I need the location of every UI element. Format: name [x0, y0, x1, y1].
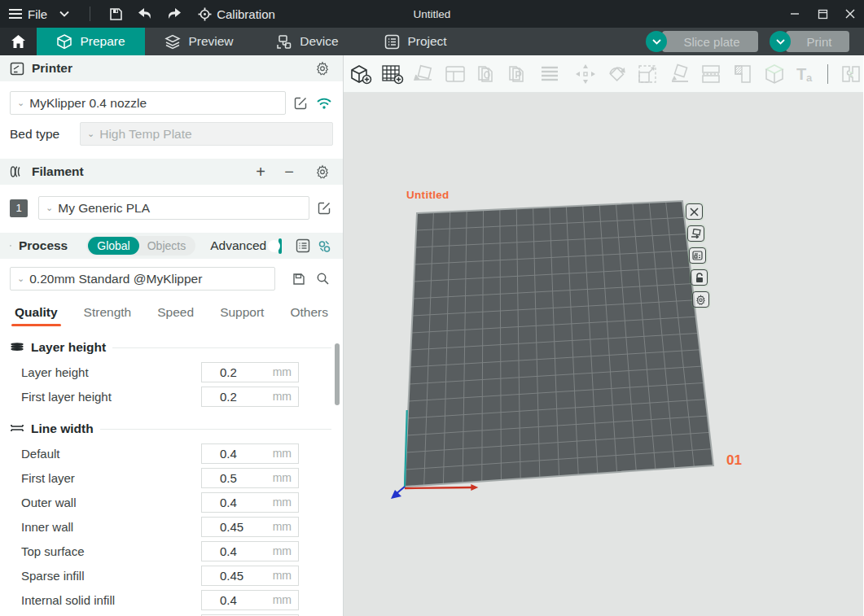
process-tab-strength[interactable]: Strength [82, 300, 134, 326]
wifi-icon [316, 97, 332, 110]
file-menu[interactable]: File [8, 7, 47, 21]
plate-name-label[interactable]: Untitled [406, 189, 450, 201]
scope-objects-option[interactable]: Objects [139, 239, 194, 252]
auto-orient-button[interactable] [411, 61, 436, 87]
setting-input-box: mm [201, 590, 299, 610]
tab-prepare[interactable]: Prepare [37, 28, 145, 55]
arrange-plate-button[interactable] [687, 225, 704, 242]
setting-value-input[interactable] [202, 447, 259, 461]
rotate-button[interactable] [605, 61, 630, 87]
redo-button[interactable] [162, 3, 186, 24]
add-object-button[interactable] [349, 61, 374, 87]
compare-presets-button[interactable] [318, 237, 331, 255]
color-painting-button[interactable] [761, 61, 787, 87]
printer-connection-button[interactable] [315, 94, 333, 112]
file-menu-dropdown[interactable] [52, 3, 77, 24]
printer-settings-button[interactable] [314, 59, 331, 77]
rotate-icon [606, 63, 629, 85]
slice-plate-dropdown[interactable] [646, 31, 667, 52]
slice-plate-button[interactable]: Slice plate [662, 31, 758, 52]
plate-layout-button[interactable] [689, 247, 706, 264]
arrange-button[interactable] [443, 61, 468, 87]
cut-button[interactable] [699, 61, 724, 87]
home-button[interactable] [0, 28, 37, 55]
remove-filament-button[interactable]: − [278, 164, 300, 180]
setting-value-input[interactable] [202, 520, 259, 534]
close-button[interactable] [836, 0, 864, 28]
variable-layer-height-icon [538, 63, 561, 85]
process-section-header: Process Global Objects Advanced [0, 233, 343, 259]
setting-row-outer-wall: Outer wallmm [0, 490, 343, 514]
split-to-parts-button[interactable] [506, 61, 531, 87]
text-tool-button[interactable]: Ta [793, 61, 818, 87]
setting-value-input[interactable] [202, 593, 259, 607]
setting-value-input[interactable] [202, 544, 259, 558]
compare-presets-icon [318, 239, 331, 253]
printer-preset-select[interactable]: ⌄ MyKlipper 0.4 nozzle [10, 91, 286, 115]
close-icon [845, 9, 855, 19]
advanced-toggle[interactable] [278, 238, 282, 254]
setting-input-box: mm [201, 387, 299, 407]
setting-row-first-layer: First layermm [0, 465, 343, 490]
chevron-down-icon: ⌄ [17, 98, 24, 108]
search-icon [316, 272, 330, 286]
setting-unit: mm [273, 496, 298, 509]
tab-project[interactable]: Project [362, 28, 470, 55]
setting-row-support: Supportmm [0, 612, 343, 616]
bed-type-select[interactable]: ⌄ High Temp Plate [80, 122, 333, 146]
setting-value-input[interactable] [202, 471, 259, 485]
process-tab-quality[interactable]: Quality [13, 300, 59, 326]
add-filament-button[interactable]: + [250, 164, 271, 180]
tab-preview[interactable]: Preview [145, 28, 253, 55]
scope-global-option[interactable]: Global [88, 237, 138, 255]
filament-preset-select[interactable]: ⌄ My Generic PLA [38, 196, 309, 220]
process-tab-support[interactable]: Support [218, 300, 265, 326]
assembly-view-button[interactable] [838, 61, 863, 87]
chevron-down-icon [652, 39, 661, 45]
filament-edit-button[interactable] [315, 199, 333, 217]
save-button[interactable] [103, 3, 128, 24]
setting-label: Layer height [21, 365, 201, 379]
move-button[interactable] [573, 61, 599, 87]
calibration-button[interactable]: Calibration [198, 7, 275, 21]
group-title: Line width [31, 422, 94, 436]
settings-scrollbar[interactable] [335, 343, 340, 405]
plate-settings-button[interactable] [692, 291, 709, 308]
setting-unit: mm [273, 593, 298, 606]
build-plate[interactable] [344, 93, 863, 616]
maximize-button[interactable] [809, 0, 836, 28]
minimize-button[interactable] [781, 0, 809, 28]
process-tab-others[interactable]: Others [288, 300, 330, 326]
group-header-layer-height[interactable]: Layer height [0, 334, 343, 360]
print-button[interactable]: Print [786, 31, 849, 52]
process-tab-speed[interactable]: Speed [156, 300, 195, 326]
delete-plate-button[interactable] [686, 203, 703, 220]
add-plate-button[interactable] [380, 61, 406, 87]
filament-settings-button[interactable] [314, 163, 331, 181]
process-preset-select[interactable]: ⌄ 0.20mm Standard @MyKlipper [10, 267, 275, 291]
setting-unit: mm [273, 471, 298, 484]
search-settings-button[interactable] [314, 270, 331, 288]
split-to-objects-button[interactable] [474, 61, 499, 87]
setting-value-input[interactable] [202, 365, 259, 379]
setting-input-box: mm [201, 541, 299, 561]
save-preset-button[interactable] [290, 270, 308, 288]
view-all-settings-button[interactable] [296, 237, 310, 255]
variable-layer-height-button[interactable] [537, 61, 562, 87]
undo-button[interactable] [133, 3, 157, 24]
save-icon [109, 7, 123, 21]
scale-button[interactable] [636, 61, 661, 87]
setting-value-input[interactable] [202, 390, 259, 404]
viewport-3d[interactable]: Untitled 01 [344, 93, 863, 616]
printer-edit-button[interactable] [292, 94, 309, 112]
lock-plate-button[interactable] [691, 269, 708, 286]
arrange-icon [444, 63, 467, 85]
tab-device[interactable]: Device [253, 28, 362, 55]
lay-on-face-button[interactable] [668, 61, 693, 87]
setting-input-box: mm [201, 362, 299, 382]
setting-value-input[interactable] [202, 569, 259, 583]
print-dropdown[interactable] [770, 31, 791, 52]
seam-painting-button[interactable] [730, 61, 756, 87]
group-header-line-width[interactable]: Line width [0, 415, 343, 441]
setting-value-input[interactable] [202, 496, 259, 509]
